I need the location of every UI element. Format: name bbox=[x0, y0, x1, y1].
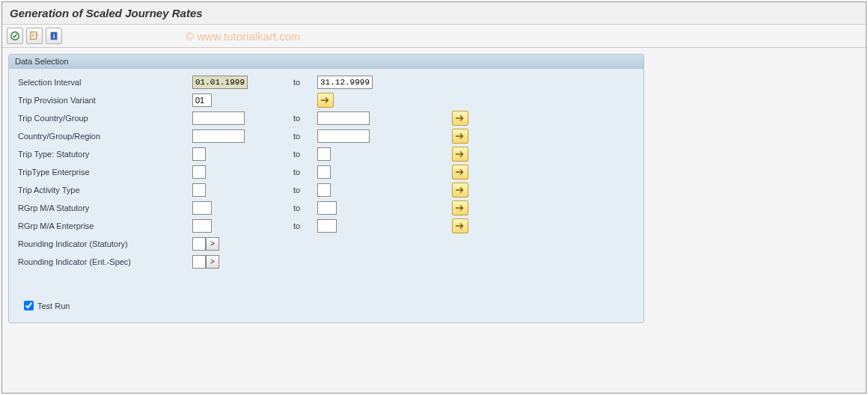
selection-interval-from[interactable] bbox=[192, 76, 248, 89]
trip-country-group-from[interactable] bbox=[192, 111, 245, 125]
rgrp-ma-statutory-to[interactable] bbox=[317, 201, 337, 215]
label-trip-country-group: Trip Country/Group bbox=[16, 114, 192, 123]
title-bar: Generation of Scaled Journey Rates bbox=[2, 2, 866, 25]
label-selection-interval: Selection Interval bbox=[16, 78, 192, 87]
arrow-right-icon bbox=[455, 186, 465, 195]
row-rgrp-ma-enterprise: RGrp M/A Enterprise to bbox=[16, 217, 636, 235]
arrow-right-icon bbox=[455, 150, 465, 159]
label-rounding-entspec: Rounding Indicator (Ent.-Spec) bbox=[16, 257, 192, 266]
row-trip-type-statutory: Trip Type: Statutory to bbox=[16, 145, 636, 163]
row-rgrp-ma-statutory: RGrp M/A Statutory to bbox=[16, 199, 636, 217]
arrow-right-icon bbox=[455, 221, 465, 230]
execute-button[interactable] bbox=[7, 28, 23, 44]
rounding-entspec-dropdown[interactable]: > bbox=[206, 255, 219, 269]
to-label: to bbox=[293, 114, 317, 123]
trip-type-statutory-from[interactable] bbox=[192, 147, 206, 161]
country-group-region-to[interactable] bbox=[317, 129, 370, 143]
info-icon: i bbox=[49, 31, 59, 41]
app-window: Generation of Scaled Journey Rates i © w… bbox=[1, 1, 867, 394]
trip-activity-type-from[interactable] bbox=[192, 183, 206, 197]
multi-select-trip-type-enterprise[interactable] bbox=[452, 165, 468, 180]
row-test-run: Test Run bbox=[16, 301, 636, 310]
row-rounding-entspec: Rounding Indicator (Ent.-Spec) > bbox=[16, 253, 636, 271]
trip-activity-type-to[interactable] bbox=[317, 183, 331, 197]
panel-header: Data Selection bbox=[9, 55, 644, 69]
row-trip-country-group: Trip Country/Group to bbox=[16, 109, 636, 127]
test-run-checkbox[interactable] bbox=[24, 301, 34, 310]
content-area: Data Selection Selection Interval to Tri… bbox=[2, 48, 866, 393]
to-label: to bbox=[293, 78, 317, 87]
trip-provision-variant-input[interactable] bbox=[192, 94, 212, 107]
row-trip-type-enterprise: TripType Enterprise to bbox=[16, 163, 636, 181]
multi-select-country-group-region[interactable] bbox=[452, 129, 468, 144]
to-label: to bbox=[293, 132, 317, 141]
data-selection-panel: Data Selection Selection Interval to Tri… bbox=[8, 54, 644, 323]
panel-body: Selection Interval to Trip Provision Var… bbox=[9, 69, 644, 313]
label-rgrp-ma-statutory: RGrp M/A Statutory bbox=[16, 203, 192, 212]
info-button[interactable]: i bbox=[46, 28, 62, 44]
rgrp-ma-enterprise-from[interactable] bbox=[192, 219, 212, 233]
label-trip-type-enterprise: TripType Enterprise bbox=[16, 168, 192, 177]
rounding-statutory-input[interactable] bbox=[192, 237, 206, 251]
test-run-label: Test Run bbox=[37, 301, 70, 310]
page-title: Generation of Scaled Journey Rates bbox=[10, 7, 203, 19]
svg-marker-2 bbox=[37, 34, 39, 36]
variant-icon bbox=[29, 31, 40, 41]
arrow-right-icon bbox=[455, 132, 465, 141]
arrow-right-icon bbox=[455, 203, 465, 212]
country-group-region-from[interactable] bbox=[192, 129, 245, 143]
trip-type-enterprise-from[interactable] bbox=[192, 165, 206, 179]
to-label: to bbox=[293, 203, 317, 212]
label-trip-provision-variant: Trip Provision Variant bbox=[16, 96, 192, 105]
row-selection-interval: Selection Interval to bbox=[16, 73, 636, 91]
label-rounding-statutory: Rounding Indicator (Statutory) bbox=[16, 239, 192, 248]
arrow-right-icon bbox=[455, 168, 465, 177]
label-trip-type-statutory: Trip Type: Statutory bbox=[16, 150, 192, 159]
trip-country-group-to[interactable] bbox=[317, 111, 370, 125]
to-label: to bbox=[293, 150, 317, 159]
label-trip-activity-type: Trip Activity Type bbox=[16, 186, 192, 195]
row-trip-activity-type: Trip Activity Type to bbox=[16, 181, 636, 199]
row-country-group-region: Country/Group/Region to bbox=[16, 127, 636, 145]
rgrp-ma-enterprise-to[interactable] bbox=[317, 219, 337, 233]
multi-select-rgrp-ma-statutory[interactable] bbox=[452, 200, 468, 215]
arrow-right-icon bbox=[455, 114, 465, 123]
selection-interval-to[interactable] bbox=[317, 76, 373, 89]
row-trip-provision-variant: Trip Provision Variant bbox=[16, 91, 636, 109]
rounding-statutory-dropdown[interactable]: > bbox=[206, 237, 219, 251]
multi-select-trip-type-statutory[interactable] bbox=[452, 147, 468, 162]
multi-select-rgrp-ma-enterprise[interactable] bbox=[452, 218, 468, 233]
variant-button[interactable] bbox=[26, 28, 43, 44]
rounding-entspec-input[interactable] bbox=[192, 255, 206, 269]
row-rounding-statutory: Rounding Indicator (Statutory) > bbox=[16, 235, 636, 253]
execute-icon bbox=[10, 31, 20, 41]
toolbar: i © www.tutorialkart.com bbox=[2, 25, 866, 48]
arrow-right-icon bbox=[320, 96, 331, 105]
label-country-group-region: Country/Group/Region bbox=[16, 132, 192, 141]
multi-select-trip-provision-variant[interactable] bbox=[317, 93, 334, 108]
rgrp-ma-statutory-from[interactable] bbox=[192, 201, 212, 215]
multi-select-trip-activity-type[interactable] bbox=[452, 183, 468, 198]
watermark: © www.tutorialkart.com bbox=[186, 30, 301, 43]
trip-type-statutory-to[interactable] bbox=[317, 147, 331, 161]
spacer bbox=[16, 271, 636, 301]
label-rgrp-ma-enterprise: RGrp M/A Enterprise bbox=[16, 221, 192, 230]
multi-select-trip-country-group[interactable] bbox=[452, 111, 468, 126]
to-label: to bbox=[293, 168, 317, 177]
trip-type-enterprise-to[interactable] bbox=[317, 165, 331, 179]
to-label: to bbox=[293, 221, 317, 230]
to-label: to bbox=[293, 186, 317, 195]
